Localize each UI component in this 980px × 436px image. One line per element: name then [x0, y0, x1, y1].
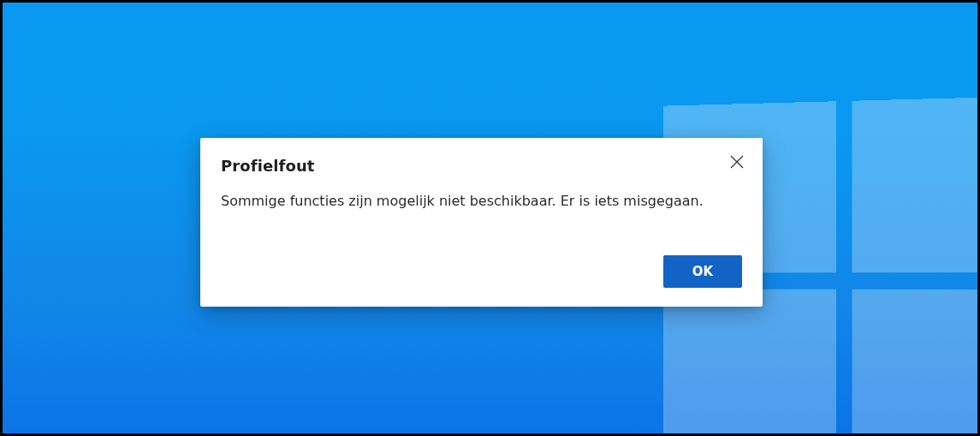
close-button[interactable] — [728, 153, 745, 170]
dialog-title: Profielfout — [221, 157, 315, 175]
desktop-background: Profielfout Sommige functies zijn mogeli… — [0, 0, 980, 436]
dialog-message: Sommige functies zijn mogelijk niet besc… — [221, 192, 742, 211]
dialog-header: Profielfout — [221, 157, 742, 175]
error-dialog: Profielfout Sommige functies zijn mogeli… — [200, 138, 763, 307]
dialog-actions: OK — [221, 255, 742, 288]
ok-button[interactable]: OK — [663, 255, 742, 288]
close-icon — [730, 158, 744, 171]
